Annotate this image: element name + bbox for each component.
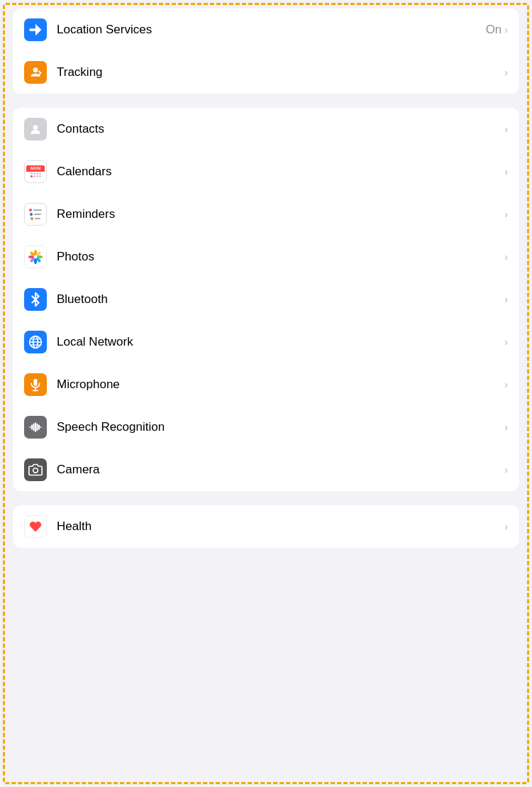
local-network-row[interactable]: Local Network › — [13, 321, 519, 363]
speech-recognition-label: Speech Recognition — [57, 420, 504, 434]
microphone-label: Microphone — [57, 378, 504, 392]
local-network-label: Local Network — [57, 335, 504, 349]
health-label: Health — [57, 519, 504, 534]
speech-recognition-right: › — [504, 422, 508, 432]
photos-right: › — [504, 252, 508, 262]
calendars-row[interactable]: MON Calendars › — [13, 150, 519, 193]
tracking-label: Tracking — [57, 65, 504, 79]
contacts-right: › — [504, 124, 508, 134]
microphone-row[interactable]: Microphone › — [13, 363, 519, 406]
bluetooth-label: Bluetooth — [57, 292, 504, 307]
camera-icon — [24, 458, 47, 481]
microphone-right: › — [504, 380, 508, 390]
location-services-icon — [24, 18, 47, 41]
bluetooth-right: › — [504, 295, 508, 304]
contacts-chevron: › — [504, 124, 508, 134]
health-icon — [24, 515, 47, 538]
reminders-icon — [24, 203, 47, 226]
photos-row[interactable]: Photos › — [13, 236, 519, 278]
contacts-label: Contacts — [57, 122, 504, 136]
location-services-value: On — [486, 23, 502, 37]
location-services-chevron: › — [504, 25, 508, 35]
health-right: › — [504, 522, 508, 532]
svg-point-26 — [33, 468, 38, 473]
location-services-right: On › — [486, 23, 508, 37]
speech-recognition-icon — [24, 416, 47, 439]
calendars-right: › — [504, 167, 508, 177]
reminders-chevron: › — [504, 209, 508, 219]
camera-chevron: › — [504, 465, 508, 475]
reminders-label: Reminders — [57, 207, 504, 221]
location-services-label: Location Services — [57, 23, 486, 37]
section-health: Health › — [13, 505, 519, 548]
tracking-row[interactable]: Tracking › — [13, 51, 519, 94]
tracking-icon — [24, 61, 47, 84]
contacts-row[interactable]: Contacts › — [13, 108, 519, 150]
photos-icon — [24, 246, 47, 268]
calendars-label: Calendars — [57, 165, 504, 179]
local-network-chevron: › — [504, 337, 508, 347]
camera-row[interactable]: Camera › — [13, 448, 519, 491]
speech-recognition-chevron: › — [504, 422, 508, 432]
local-network-icon — [24, 331, 47, 353]
contacts-icon — [24, 118, 47, 141]
camera-label: Camera — [57, 463, 504, 477]
camera-right: › — [504, 465, 508, 475]
tracking-chevron: › — [504, 67, 508, 77]
svg-rect-16 — [34, 379, 38, 386]
calendars-icon: MON — [24, 160, 47, 183]
photos-chevron: › — [504, 252, 508, 262]
health-chevron: › — [504, 522, 508, 532]
bluetooth-chevron: › — [504, 295, 508, 304]
reminders-right: › — [504, 209, 508, 219]
bluetooth-row[interactable]: Bluetooth › — [13, 278, 519, 321]
health-row[interactable]: Health › — [13, 505, 519, 548]
bluetooth-icon — [24, 288, 47, 311]
section-location: Location Services On › Tracking › — [13, 9, 519, 94]
svg-point-1 — [33, 67, 38, 72]
tracking-right: › — [504, 67, 508, 77]
photos-label: Photos — [57, 250, 504, 264]
local-network-right: › — [504, 337, 508, 347]
calendars-chevron: › — [504, 167, 508, 177]
microphone-chevron: › — [504, 380, 508, 390]
location-services-row[interactable]: Location Services On › — [13, 9, 519, 51]
section-apps: Contacts › MON Calendars — [13, 108, 519, 491]
reminders-row[interactable]: Reminders › — [13, 193, 519, 236]
svg-point-2 — [33, 125, 38, 130]
microphone-icon — [24, 373, 47, 396]
speech-recognition-row[interactable]: Speech Recognition › — [13, 406, 519, 448]
